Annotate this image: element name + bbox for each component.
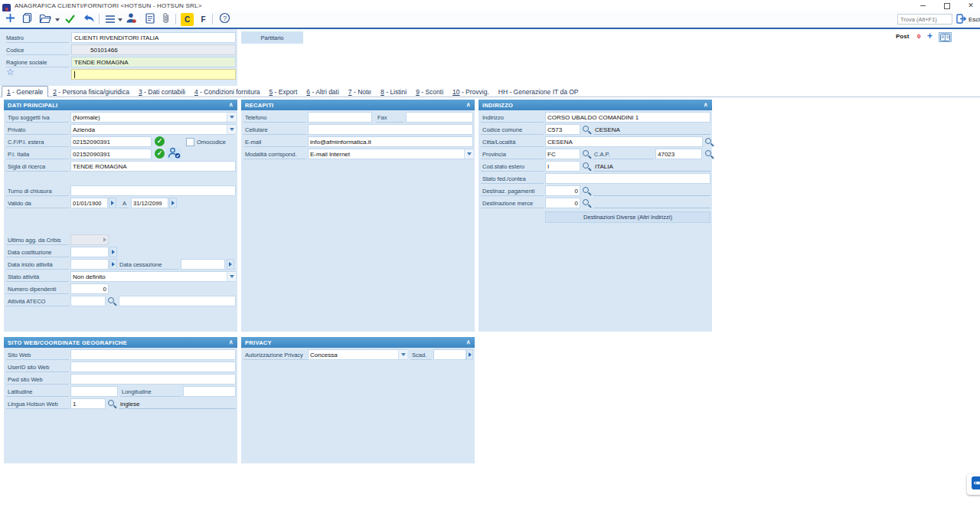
favorite-star-icon[interactable]: ☆	[6, 67, 15, 77]
scad-calendar-button[interactable]	[466, 349, 473, 360]
open-dropdown-button[interactable]	[54, 13, 61, 26]
provincia-field[interactable]	[545, 149, 580, 159]
tab-altri-dati[interactable]: 6 - Altri dati	[302, 87, 344, 97]
sigla-ricerca-field[interactable]	[70, 161, 236, 172]
privato-field[interactable]	[70, 124, 236, 135]
numero-dipendenti-field[interactable]	[70, 283, 109, 294]
codice-comune-field[interactable]	[545, 124, 580, 135]
verify-vat-button[interactable]	[167, 148, 181, 160]
exit-button[interactable]: Esci	[956, 14, 980, 25]
pi-italia-field[interactable]	[70, 149, 152, 159]
pwd-field[interactable]	[70, 374, 236, 385]
attachments-button[interactable]	[158, 13, 173, 26]
collapse-chevron-icon[interactable]: ∧	[466, 339, 471, 346]
valido-da-calendar-button[interactable]	[109, 198, 116, 208]
fornitori-toggle-button[interactable]: F	[197, 13, 210, 26]
dest-pagamenti-field[interactable]	[545, 185, 580, 196]
restore-button[interactable]	[938, 0, 956, 11]
post-book-button[interactable]	[939, 32, 952, 42]
modalita-corrispondenza-field[interactable]	[308, 149, 473, 159]
ateco-search-icon[interactable]	[106, 296, 116, 306]
collapse-chevron-icon[interactable]: ∧	[229, 101, 234, 109]
comune-search-icon[interactable]	[581, 124, 590, 135]
tab-note[interactable]: 7 - Note	[344, 87, 376, 97]
cf-pi-estera-field[interactable]	[70, 136, 152, 147]
stato-attivita-field[interactable]	[70, 271, 236, 282]
confirm-button[interactable]	[63, 13, 77, 26]
mastro-field[interactable]	[71, 32, 236, 43]
stato-estero-field[interactable]	[545, 161, 580, 172]
tab-condizioni-fornitura[interactable]: 4 - Condizioni fornitura	[190, 87, 265, 97]
tab-sconti[interactable]: 9 - Sconti	[411, 87, 448, 97]
document-button[interactable]	[142, 13, 157, 26]
menu-button[interactable]	[103, 13, 117, 26]
collapse-chevron-icon[interactable]: ∧	[704, 101, 708, 109]
tab-provvigioni[interactable]: 10 - Provvig.	[448, 87, 494, 97]
autorizzazione-dropdown-icon[interactable]	[398, 350, 407, 359]
privato-dropdown-icon[interactable]	[227, 125, 236, 134]
cellulare-field[interactable]	[308, 124, 473, 135]
close-button[interactable]: ✕	[962, 0, 980, 11]
cap-search-icon[interactable]	[704, 149, 713, 159]
citta-search-icon[interactable]	[704, 136, 713, 147]
clienti-toggle-button[interactable]: C	[181, 13, 194, 26]
dest-merce-field[interactable]	[545, 198, 580, 208]
codice-field[interactable]	[71, 44, 236, 55]
userid-field[interactable]	[70, 362, 236, 372]
destinazioni-diverse-button[interactable]: Destinazioni Diverse (Altri Indirizzi)	[545, 211, 710, 223]
find-input[interactable]	[897, 14, 952, 25]
partitario-button[interactable]: Partitario	[241, 31, 303, 44]
remote-support-button[interactable]	[967, 474, 980, 495]
tab-generazione-it-da-op[interactable]: HH - Generazione IT da OP	[494, 87, 583, 97]
menu-dropdown-button[interactable]	[116, 13, 123, 26]
open-button[interactable]	[38, 13, 52, 26]
minimize-button[interactable]	[913, 0, 932, 11]
scad-field[interactable]	[433, 349, 466, 360]
dest-pagamenti-search-icon[interactable]	[581, 185, 590, 196]
longitudine-field[interactable]	[183, 386, 236, 397]
data-costituzione-calendar-button[interactable]	[109, 247, 117, 257]
fax-field[interactable]	[406, 112, 473, 123]
citta-field[interactable]	[545, 136, 703, 147]
new-record-button[interactable]	[3, 13, 18, 26]
quick-search-field[interactable]	[71, 69, 236, 80]
cap-field[interactable]	[655, 149, 702, 159]
data-inizio-field[interactable]	[70, 259, 109, 270]
email-field[interactable]	[308, 136, 473, 147]
tab-dati-contabili[interactable]: 3 - Dati contabili	[134, 87, 190, 97]
tipo-soggetti-iva-dropdown-icon[interactable]	[227, 113, 236, 122]
tab-listini[interactable]: 8 - Listini	[376, 87, 411, 97]
attivita-ateco-desc-field[interactable]	[119, 296, 236, 306]
collapse-chevron-icon[interactable]: ∧	[466, 101, 471, 109]
indirizzo-field[interactable]	[545, 112, 710, 123]
valido-a-field[interactable]	[131, 198, 168, 208]
copy-button[interactable]	[20, 13, 34, 26]
data-costituzione-field[interactable]	[70, 247, 109, 257]
tab-generale[interactable]: 1 - Generale	[2, 86, 48, 97]
dest-merce-search-icon[interactable]	[581, 198, 590, 208]
sito-web-field[interactable]	[70, 349, 236, 360]
tab-persona-fisica-giuridica[interactable]: 2 - Persona fisica/giuridica	[48, 87, 134, 97]
tab-export[interactable]: 5 - Export	[264, 87, 302, 97]
collapse-chevron-icon[interactable]: ∧	[229, 339, 234, 346]
provincia-search-icon[interactable]	[581, 149, 590, 159]
attivita-ateco-field[interactable]	[70, 296, 106, 306]
lingua-field[interactable]	[70, 398, 106, 409]
post-add-button[interactable]: +	[927, 31, 933, 41]
autorizzazione-privacy-field[interactable]	[308, 349, 407, 360]
help-button[interactable]: ?	[217, 13, 232, 26]
data-cessazione-calendar-button[interactable]	[227, 259, 234, 270]
turno-chiusura-field[interactable]	[70, 185, 236, 196]
valido-da-field[interactable]	[70, 198, 108, 208]
modalita-dropdown-icon[interactable]	[464, 149, 473, 159]
undo-button[interactable]	[81, 13, 96, 26]
data-inizio-calendar-button[interactable]	[109, 259, 117, 270]
stato-estero-search-icon[interactable]	[581, 161, 590, 172]
data-cessazione-field[interactable]	[181, 259, 225, 270]
telefono-field[interactable]	[308, 112, 372, 123]
valido-a-calendar-button[interactable]	[169, 198, 177, 208]
stato-fed-field[interactable]	[545, 173, 710, 184]
latitudine-field[interactable]	[70, 386, 118, 397]
tipo-soggetti-iva-field[interactable]	[70, 112, 236, 123]
lingua-search-icon[interactable]	[106, 398, 116, 409]
